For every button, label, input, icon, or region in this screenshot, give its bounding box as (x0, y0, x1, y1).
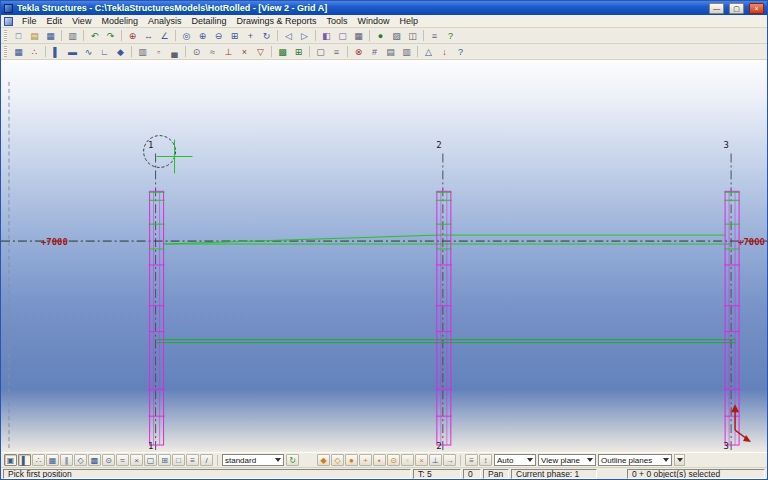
measure-distance-icon[interactable]: ↔ (141, 29, 156, 42)
outline-planes-combo[interactable]: Outline planes (598, 454, 672, 466)
create-beam-icon[interactable]: ▬ (65, 45, 80, 58)
grid-display-icon[interactable]: ▦ (351, 29, 366, 42)
active-view-window-icon[interactable] (4, 17, 13, 26)
toolbar-grip[interactable] (4, 46, 7, 57)
menu-item-tools[interactable]: Tools (322, 15, 353, 28)
component-catalog-icon[interactable]: ▩ (275, 45, 290, 58)
switch-phase-icon[interactable]: ↻ (286, 454, 299, 466)
create-panel-icon[interactable]: ▥ (135, 45, 150, 58)
loads-icon[interactable]: ↓ (437, 45, 452, 58)
menu-item-help[interactable]: Help (395, 15, 424, 28)
select-assemblies-switch[interactable]: ▩ (88, 454, 101, 466)
snap-geometry-points-switch[interactable]: ◇ (331, 454, 344, 466)
menu-item-file[interactable]: File (17, 15, 42, 28)
snap-midpoints-switch[interactable]: ◦ (401, 454, 414, 466)
snap-nearest-point-switch[interactable]: ● (345, 454, 358, 466)
zoom-in-icon[interactable]: ⊕ (195, 29, 210, 42)
select-cuts-switch[interactable]: × (130, 454, 143, 466)
pan-icon[interactable]: + (243, 29, 258, 42)
model-viewport[interactable]: 1 2 3 1 2 3 +7000 +7000 (1, 60, 767, 452)
save-model-icon[interactable]: ▦ (43, 29, 58, 42)
analysis-model-icon[interactable]: △ (421, 45, 436, 58)
screenshot-icon[interactable]: ◫ (405, 29, 420, 42)
cut-part-icon[interactable]: × (237, 45, 252, 58)
create-bolts-icon[interactable]: ⊙ (189, 45, 204, 58)
visibility-settings-icon[interactable]: ● (373, 29, 388, 42)
view-3d-icon[interactable]: ◧ (319, 29, 334, 42)
create-point-icon[interactable]: ⊕ (125, 29, 140, 42)
render-options-icon[interactable]: ▨ (389, 29, 404, 42)
snap-line-extension-switch[interactable]: → (443, 454, 456, 466)
create-slab-icon[interactable]: ▫ (151, 45, 166, 58)
create-polybeam-icon[interactable]: ∟ (97, 45, 112, 58)
rotate-view-icon[interactable]: ↻ (259, 29, 274, 42)
column-3[interactable] (724, 191, 740, 445)
cad-canvas[interactable]: 1 2 3 1 2 3 +7000 +7000 (1, 60, 767, 452)
toolbar-grip[interactable] (4, 30, 7, 41)
create-grid-icon[interactable]: ▦ (11, 45, 26, 58)
zoom-original-icon[interactable]: ◎ (179, 29, 194, 42)
create-curved-beam-icon[interactable]: ∿ (81, 45, 96, 58)
select-planes-switch[interactable]: □ (172, 454, 185, 466)
close-button[interactable]: × (749, 3, 764, 14)
help-icon[interactable]: ? (443, 29, 458, 42)
select-phases-switch[interactable]: ≡ (186, 454, 199, 466)
view-list-icon[interactable]: ≡ (329, 45, 344, 58)
zoom-out-icon[interactable]: ⊖ (211, 29, 226, 42)
minimize-button[interactable]: — (709, 3, 724, 14)
select-lines-switch[interactable]: / (200, 454, 213, 466)
more-options-button[interactable] (674, 454, 685, 466)
menu-item-drawings-reports[interactable]: Drawings & Reports (231, 15, 321, 28)
tekla-app-icon[interactable] (4, 4, 13, 13)
phase-manager-icon[interactable]: ≡ (427, 29, 442, 42)
create-view-icon[interactable]: ▢ (313, 45, 328, 58)
zoom-window-icon[interactable]: ⊞ (227, 29, 242, 42)
print-icon[interactable]: ▥ (65, 29, 80, 42)
polygon-cut-icon[interactable]: ▽ (253, 45, 268, 58)
menu-item-window[interactable]: Window (353, 15, 395, 28)
menu-item-detailing[interactable]: Detailing (186, 15, 231, 28)
menu-item-view[interactable]: View (67, 15, 96, 28)
select-all-switch[interactable]: ▣ (4, 454, 17, 466)
previous-view-icon[interactable]: ◁ (281, 29, 296, 42)
menu-item-edit[interactable]: Edit (42, 15, 68, 28)
select-joints-switch[interactable]: ◇ (74, 454, 87, 466)
snap-perpendicular-switch[interactable]: ⊥ (429, 454, 442, 466)
phase-combo[interactable]: standard (222, 454, 284, 466)
view-plane-icon[interactable]: ▢ (335, 29, 350, 42)
open-model-icon[interactable]: ▤ (27, 29, 42, 42)
fitting-icon[interactable]: ⊥ (221, 45, 236, 58)
next-view-icon[interactable]: ▷ (297, 29, 312, 42)
create-contour-plate-icon[interactable]: ◆ (113, 45, 128, 58)
snap-reference-points-switch[interactable]: ◆ (317, 454, 330, 466)
snap-settings-icon[interactable]: ≡ (465, 454, 478, 466)
select-components-switch[interactable]: ⊞ (158, 454, 171, 466)
maximize-button[interactable]: ▢ (729, 3, 744, 14)
menu-item-analysis[interactable]: Analysis (143, 15, 187, 28)
create-footing-icon[interactable]: ▄ (167, 45, 182, 58)
column-2[interactable] (436, 191, 452, 445)
view-plane-combo[interactable]: View plane (538, 454, 596, 466)
create-column-icon[interactable]: ▌ (49, 45, 64, 58)
column-1[interactable] (149, 191, 165, 445)
snap-mode-combo[interactable]: Auto (494, 454, 536, 466)
select-bolts-switch[interactable]: ⊙ (102, 454, 115, 466)
create-drawing-icon[interactable]: ▤ (383, 45, 398, 58)
numbering-icon[interactable]: # (367, 45, 382, 58)
undo-icon[interactable]: ↶ (87, 29, 102, 42)
sloped-beam-line[interactable] (164, 235, 437, 244)
snap-any-position-switch[interactable]: + (359, 454, 372, 466)
reports-icon[interactable]: ▥ (399, 45, 414, 58)
snap-depth-icon[interactable]: ↕ (479, 454, 492, 466)
snap-end-points-switch[interactable]: ▪ (373, 454, 386, 466)
auto-connection-icon[interactable]: ⊞ (291, 45, 306, 58)
title-bar[interactable]: Tekla Structures - C:\TeklaStructuresMod… (1, 1, 767, 15)
select-views-switch[interactable]: ▢ (144, 454, 157, 466)
create-points-icon[interactable]: ∴ (27, 45, 42, 58)
new-model-icon[interactable]: □ (11, 29, 26, 42)
select-parts-switch[interactable]: ▌ (18, 454, 31, 466)
inquire-object-icon[interactable]: ? (453, 45, 468, 58)
select-grid-lines-switch[interactable]: ∥ (60, 454, 73, 466)
select-points-switch[interactable]: ∴ (32, 454, 45, 466)
create-weld-icon[interactable]: ≈ (205, 45, 220, 58)
